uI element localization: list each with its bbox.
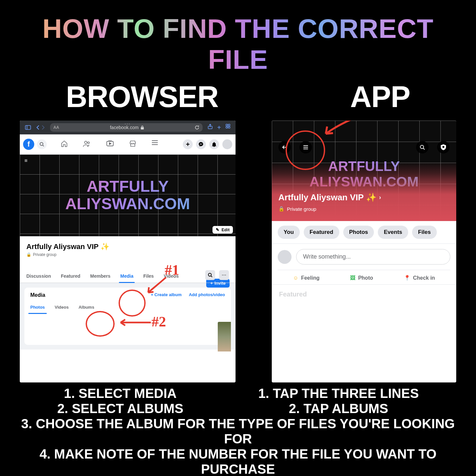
subheader-app: APP xyxy=(350,80,410,114)
svg-rect-3 xyxy=(226,124,228,126)
composer-checkin[interactable]: 📍Check in xyxy=(404,275,435,281)
composer-avatar[interactable] xyxy=(278,250,292,264)
app-screenshot: ARTFULLY ALIYSWAN.COM Artfully Aliyswan … xyxy=(272,121,456,382)
cover-text-line2: ALIYSWAN.COM xyxy=(65,195,190,213)
instr-3: 3. CHOOSE THE ALBUM FOR THE TYPE OF FILE… xyxy=(20,416,456,446)
app-featured-heading: Featured xyxy=(272,285,456,304)
app-composer: Write something... ☺Feeling 🖼Photo 📍Chec… xyxy=(272,244,456,285)
facebook-top-nav: f + xyxy=(20,134,236,154)
app-pill-tabs: You Featured Photos Events Files xyxy=(278,226,450,239)
instr-browser-1: 1. SELECT MEDIA xyxy=(57,386,183,401)
browser-screenshot: ••• AA facebook.com + xyxy=(20,121,236,382)
svg-rect-0 xyxy=(25,126,31,129)
group-tabs: Discussion Featured Members Media Files … xyxy=(20,270,236,283)
svg-point-8 xyxy=(84,141,87,144)
create-album-link[interactable]: + Create album xyxy=(151,292,182,297)
pill-you[interactable]: You xyxy=(278,226,300,239)
watch-icon[interactable] xyxy=(106,140,114,149)
lock-icon: 🔒 xyxy=(26,252,31,257)
profile-avatar[interactable] xyxy=(222,139,232,149)
composer-input[interactable]: Write something... xyxy=(296,249,450,265)
text-size-button[interactable]: AA xyxy=(53,125,59,130)
app-shield-button[interactable] xyxy=(437,141,450,154)
create-button[interactable]: + xyxy=(183,139,193,149)
reload-icon[interactable] xyxy=(195,125,199,130)
tab-files[interactable]: Files xyxy=(143,270,154,283)
pill-photos[interactable]: Photos xyxy=(343,226,374,239)
notifications-icon[interactable] xyxy=(209,139,219,149)
svg-point-9 xyxy=(88,142,90,144)
tab-media[interactable]: Media xyxy=(120,270,133,283)
media-subtab-albums[interactable]: Albums xyxy=(78,305,94,314)
new-tab-icon[interactable]: + xyxy=(217,124,221,131)
messenger-icon[interactable] xyxy=(196,139,206,149)
lock-icon: 🔒 xyxy=(278,206,285,212)
lock-icon xyxy=(141,126,144,129)
group-search-button[interactable] xyxy=(205,270,215,280)
instr-app-2: 2. TAP ALBUMS xyxy=(258,401,419,416)
page-title: HOW TO FIND THE CORRECT FILE xyxy=(10,13,466,75)
pencil-icon: ✎ xyxy=(216,227,219,232)
edit-cover-button[interactable]: ✎ Edit xyxy=(212,226,233,234)
pill-featured[interactable]: Featured xyxy=(304,226,339,239)
photo-thumbnail[interactable] xyxy=(218,322,231,351)
svg-rect-5 xyxy=(226,126,228,128)
media-subtab-photos[interactable]: Photos xyxy=(30,305,45,314)
group-more-button[interactable]: ⋯ xyxy=(219,270,229,280)
forward-icon xyxy=(42,125,45,130)
svg-point-11 xyxy=(209,273,211,276)
menu-icon[interactable] xyxy=(152,140,158,149)
smiley-icon: ☺ xyxy=(293,275,298,281)
svg-point-7 xyxy=(40,143,43,146)
friends-icon[interactable] xyxy=(83,140,91,149)
svg-point-13 xyxy=(442,146,444,148)
pin-icon: 📍 xyxy=(404,275,410,281)
group-privacy: Private group xyxy=(33,252,56,257)
fb-search-button[interactable] xyxy=(37,139,47,149)
tabs-grid-icon[interactable] xyxy=(226,124,230,131)
home-icon[interactable] xyxy=(61,140,68,149)
svg-point-12 xyxy=(420,145,424,149)
pill-events[interactable]: Events xyxy=(378,226,408,239)
app-menu-button[interactable] xyxy=(299,141,312,154)
instr-4: 4. MAKE NOTE OF THE NUMBER FOR THE FILE … xyxy=(20,446,456,476)
group-cover-app: ARTFULLY ALIYSWAN.COM Artfully Aliyswan … xyxy=(272,121,456,221)
back-icon[interactable] xyxy=(36,125,40,130)
tab-videos[interactable]: Videos xyxy=(164,270,179,283)
cover-text-line1: ARTFULLY xyxy=(87,178,169,195)
group-title-browser: Artfully Aliyswan VIP ✨ xyxy=(26,242,229,251)
marketplace-icon[interactable] xyxy=(129,140,136,149)
group-privacy: Private group xyxy=(287,206,316,212)
composer-feeling[interactable]: ☺Feeling xyxy=(293,275,320,281)
instr-app-1: 1. TAP THE THREE LINES xyxy=(258,386,419,401)
instr-browser-2: 2. SELECT ALBUMS xyxy=(57,401,183,416)
svg-rect-6 xyxy=(228,126,230,128)
browser-drag-dots: ••• xyxy=(125,122,131,126)
app-back-button[interactable] xyxy=(278,141,291,154)
sidebar-icon[interactable] xyxy=(25,125,31,130)
media-card: Media + Create album Add photos/video Ph… xyxy=(24,288,231,345)
chevron-right-icon: › xyxy=(379,194,381,201)
edit-label: Edit xyxy=(221,227,230,232)
subheader-browser: BROWSER xyxy=(66,80,218,114)
facebook-logo[interactable]: f xyxy=(23,139,34,150)
pill-files[interactable]: Files xyxy=(412,226,437,239)
app-search-button[interactable] xyxy=(416,141,429,154)
share-icon[interactable] xyxy=(208,124,212,131)
tab-discussion[interactable]: Discussion xyxy=(26,270,51,283)
composer-photo[interactable]: 🖼Photo xyxy=(350,275,373,281)
tab-members[interactable]: Members xyxy=(90,270,110,283)
add-photos-link[interactable]: Add photos/video xyxy=(189,292,225,297)
group-title-app[interactable]: Artfully Aliyswan VIP ✨ › xyxy=(278,192,381,203)
svg-rect-4 xyxy=(228,124,230,126)
media-subtab-videos[interactable]: Videos xyxy=(55,305,69,314)
tab-featured[interactable]: Featured xyxy=(61,270,80,283)
photo-icon: 🖼 xyxy=(350,275,355,281)
group-cover-browser: ≡ ARTFULLY ALIYSWAN.COM ✎ Edit xyxy=(20,154,236,237)
